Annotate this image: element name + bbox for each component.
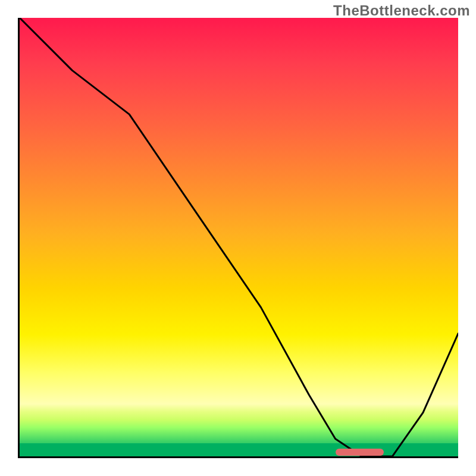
bottleneck-curve [20,18,458,456]
watermark-text: TheBottleneck.com [333,2,470,19]
optimal-marker [336,449,384,456]
plot-area [18,18,458,458]
